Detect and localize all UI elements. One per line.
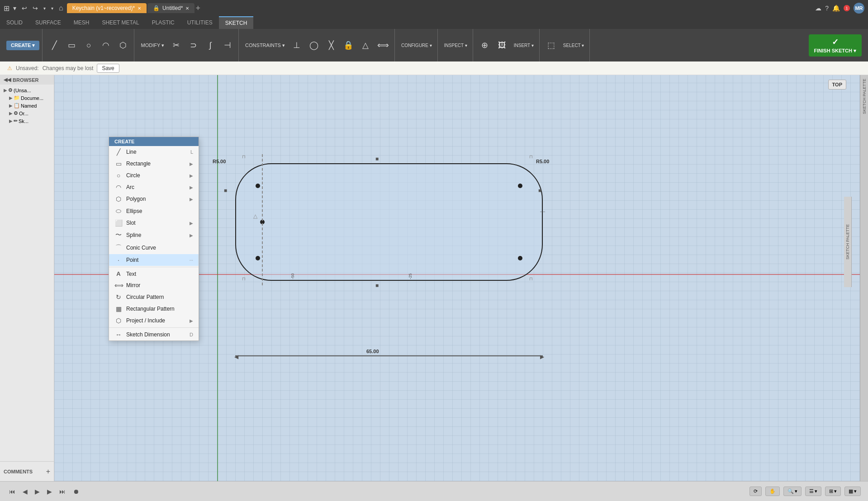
menu-item-slot[interactable]: ⬜ Slot ▶ (109, 217, 199, 229)
point-menu-label: Point (126, 257, 138, 263)
zoom-dropdown[interactable]: 🔍 ▾ (783, 487, 802, 496)
coincident-tool[interactable]: ╳ (323, 39, 339, 51)
menu-item-mirror[interactable]: ⟺ Mirror (109, 279, 199, 291)
cloud-icon[interactable]: ☁ (815, 5, 821, 12)
nav-play-button[interactable]: ▶ (33, 487, 42, 496)
menu-item-line[interactable]: ╱ Line L (109, 146, 199, 158)
help-button[interactable]: ? (825, 5, 829, 12)
tab-untitled[interactable]: 🔒 Untitled* ✕ (147, 3, 194, 13)
display-arrow: ▾ (815, 488, 817, 494)
pan-button[interactable]: ✋ (765, 487, 780, 496)
tab-sheet-metal[interactable]: SHEET METAL (95, 16, 145, 29)
nav-first-button[interactable]: ⏮ (7, 487, 17, 496)
menu-item-spline[interactable]: 〜 Spline ▶ (109, 229, 199, 241)
add-tab-button[interactable]: + (195, 3, 200, 13)
fix-tool[interactable]: ⊥ (289, 39, 305, 51)
menu-item-polygon[interactable]: ⬡ Polygon ▶ (109, 193, 199, 205)
circle-tool[interactable]: ○ (81, 39, 97, 51)
midpoint-tool[interactable]: ◯ (306, 39, 322, 51)
tab-solid[interactable]: SOLID (0, 16, 29, 29)
home-button[interactable]: ⌂ (59, 4, 63, 12)
tree-item-document[interactable]: ▶ 📁 Docume... (2, 94, 52, 102)
finish-sketch-button[interactable]: ✓ FINISH SKETCH ▾ (809, 34, 862, 57)
menu-item-arc[interactable]: ◠ Arc ▶ (109, 181, 199, 193)
tab-surface[interactable]: SURFACE (29, 16, 67, 29)
tree-item-icon: ⚙ (8, 87, 13, 93)
menu-item-dimension[interactable]: ↔ Sketch Dimension D (109, 329, 199, 340)
canvas-area[interactable]: △ R5.00 R5.00 65.00 ◀ ▶ ⊓ ⊓ ⊓ ⊓ ◼ ◼ ◼ ◼ (54, 75, 860, 481)
notification-button[interactable]: 🔔 (832, 5, 840, 12)
extend-tool[interactable]: ⊃ (185, 39, 201, 51)
tab-sketch[interactable]: SKETCH (219, 16, 254, 29)
create-button[interactable]: CREATE ▾ (6, 41, 39, 50)
nav-next-play-button[interactable]: ▶ (45, 487, 54, 496)
create-group: CREATE ▾ (4, 29, 43, 61)
coincident-icon: ╳ (329, 41, 334, 49)
extend-icon: ⊃ (190, 41, 197, 49)
image-button[interactable]: 🖼 (494, 39, 510, 51)
dim-v-right: │ (541, 211, 545, 213)
symmetric-tool[interactable]: ⟺ (375, 39, 392, 51)
menu-item-circular-pattern[interactable]: ↻ Circular Pattern (109, 291, 199, 303)
tree-item-named[interactable]: ▶ 📋 Named (2, 102, 52, 109)
grid-menu-button[interactable]: ⊞ (4, 4, 9, 13)
modify-button[interactable]: MODIFY ▾ (138, 41, 167, 50)
parallel-tool[interactable]: 🔒 (340, 39, 356, 51)
keychain-tab-close[interactable]: ✕ (138, 6, 141, 11)
tangent-icon: △ (362, 41, 369, 49)
tree-item-root[interactable]: ▶ ⚙ (Unsa... (2, 86, 52, 94)
fillet-tool[interactable]: ∫ (202, 39, 218, 51)
display-mode-button[interactable]: ☰ ▾ (805, 487, 821, 496)
collapse-icon[interactable]: ◀◀ (4, 77, 11, 83)
nav-prev-button[interactable]: ◀ (21, 487, 29, 496)
break-tool[interactable]: ⊣ (219, 39, 236, 51)
rect-tool[interactable]: ▭ (63, 39, 80, 51)
save-button[interactable]: Save (97, 64, 119, 73)
menu-item-rect-pattern[interactable]: ▦ Rectangular Pattern (109, 303, 199, 315)
tab-utilities[interactable]: UTILITIES (181, 16, 219, 29)
insert-label-btn[interactable]: INSERT ▾ (511, 41, 536, 50)
create-menu-header: CREATE (109, 137, 199, 146)
polygon-tool[interactable]: ⬡ (115, 39, 131, 51)
sketch-icon: ✏ (14, 118, 18, 124)
menu-item-ellipse[interactable]: ⬭ Ellipse (109, 205, 199, 217)
menu-item-point[interactable]: · Point ··· (109, 254, 199, 266)
comments-add-button[interactable]: + (46, 468, 50, 476)
line-tool[interactable]: ╱ (46, 39, 62, 51)
orbit-mode-button[interactable]: ⟳ (749, 487, 762, 496)
untitled-tab-close[interactable]: ✕ (185, 6, 189, 11)
redo-extra-button[interactable]: ▾ (49, 4, 55, 13)
configure-button[interactable]: CONFIGURE ▾ (398, 41, 435, 50)
arc-tool[interactable]: ◠ (98, 39, 114, 51)
grid-button[interactable]: ⊞ ▾ (825, 487, 841, 496)
record-button[interactable]: ⏺ (71, 487, 81, 496)
redo-button[interactable]: ↪ (31, 4, 40, 13)
menu-item-circle[interactable]: ○ Circle ▶ (109, 170, 199, 181)
constraints-button[interactable]: CONSTRAINTS ▾ (242, 41, 288, 50)
menu-item-project[interactable]: ⬡ Project / Include ▶ (109, 315, 199, 326)
tree-item-origin[interactable]: ▶ ⚙ Or... (2, 109, 52, 117)
tab-keychain[interactable]: Keychain (v1~recovered)* ✕ (67, 3, 147, 13)
slot-submenu-arrow: ▶ (190, 221, 193, 226)
select-label-btn[interactable]: SELECT ▾ (560, 41, 587, 50)
menu-item-conic[interactable]: ⌒ Conic Curve (109, 241, 199, 254)
menu-item-rectangle[interactable]: ▭ Rectangle ▶ (109, 158, 199, 170)
tab-plastic[interactable]: PLASTIC (146, 16, 181, 29)
select-button[interactable]: ⬚ (543, 39, 560, 51)
nav-last-button[interactable]: ⏭ (57, 487, 67, 496)
menu-item-text[interactable]: A Text (109, 268, 199, 279)
tangent-tool[interactable]: △ (357, 39, 374, 51)
viewport-button[interactable]: ▦ ▾ (844, 487, 861, 496)
tab-mesh[interactable]: MESH (67, 16, 96, 29)
dim-menu-label: Sketch Dimension (126, 331, 170, 338)
trim-tool[interactable]: ✂ (168, 39, 184, 51)
undo-button[interactable]: ↩ (20, 4, 29, 13)
insert-button[interactable]: ⊕ (477, 39, 493, 51)
file-menu-button[interactable]: ▾ (13, 5, 16, 12)
user-avatar[interactable]: MR (854, 3, 864, 14)
undo-extra-button[interactable]: ▾ (42, 4, 47, 13)
tree-item-sketch[interactable]: ▶ ✏ Sk... (2, 117, 52, 125)
keychain-tab-label: Keychain (v1~recovered)* (72, 5, 135, 11)
inspect-button[interactable]: INSPECT ▾ (441, 41, 470, 50)
browser-label: BROWSER (13, 77, 38, 83)
